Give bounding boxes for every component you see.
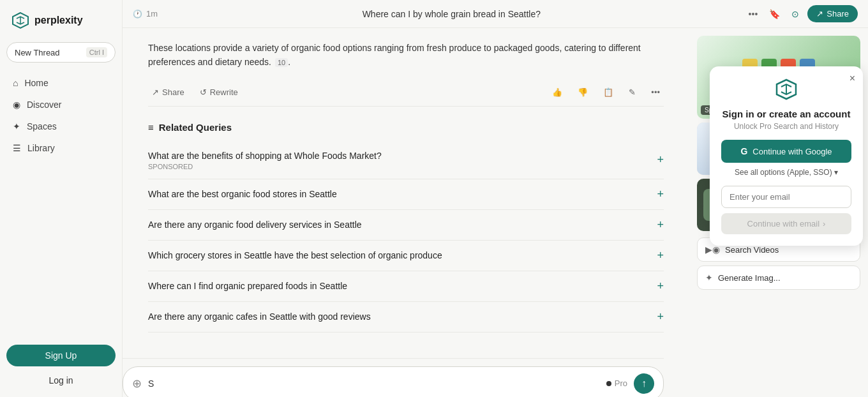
sidebar-nav: ⌂ Home ◉ Discover ✦ Spaces ☰ Library — [6, 73, 116, 345]
sidebar-item-label: Home — [24, 78, 48, 88]
content-area: These locations provide a variety of org… — [123, 28, 868, 397]
related-header-text: Related Queries — [159, 122, 232, 133]
sidebar-footer: Sign Up Log in — [6, 345, 116, 389]
search-input[interactable] — [148, 378, 600, 389]
sidebar: perplexity New Thread Ctrl I ⌂ Home ◉ Di… — [0, 0, 123, 397]
submit-button[interactable]: ↑ — [634, 373, 654, 394]
all-options-link[interactable]: See all options (Apple, SSO) ▾ — [721, 168, 851, 177]
footnote: 10 — [275, 58, 288, 67]
share-action-button[interactable]: ↗ Share — [148, 85, 188, 100]
sign-up-button[interactable]: Sign Up — [6, 345, 116, 366]
action-bar: ↗ Share ↺ Rewrite 👍 👎 📋 ✎ — [148, 79, 664, 107]
related-item-text: Which grocery stores in Seattle have the… — [148, 250, 442, 260]
library-icon: ☰ — [13, 143, 21, 153]
sidebar-item-home[interactable]: ⌂ Home — [6, 73, 116, 93]
plus-icon: + — [657, 280, 664, 293]
popup-subtitle: Unlock Pro Search and History — [721, 122, 851, 131]
related-item-text: What are the best organic food stores in… — [148, 189, 337, 199]
more-button[interactable]: ••• — [647, 85, 664, 100]
new-thread-label: New Thread — [15, 48, 60, 57]
share-button[interactable]: ↗ Share — [807, 5, 858, 22]
related-item-text: Are there any organic cafes in Seattle w… — [148, 311, 371, 322]
perplexity-logo-icon — [11, 11, 29, 29]
home-icon: ⌂ — [13, 78, 18, 88]
pro-label: Pro — [615, 378, 627, 388]
search-videos-label: Search Videos — [725, 245, 779, 255]
share-action-icon: ↗ — [152, 87, 159, 97]
popup-perplexity-icon — [775, 78, 798, 101]
sidebar-item-discover[interactable]: ◉ Discover — [6, 94, 116, 115]
focus-button[interactable]: ⊙ — [788, 6, 802, 22]
popup-title: Sign in or create an account — [721, 109, 851, 119]
related-item-5[interactable]: Are there any organic cafes in Seattle w… — [148, 302, 664, 333]
google-signin-label: Continue with Google — [752, 147, 832, 156]
plus-icon: + — [657, 310, 664, 324]
continue-email-label: Continue with email — [747, 219, 819, 228]
related-section: ≡ Related Queries What are the benefits … — [148, 122, 664, 333]
input-wrapper: ⊕ Pro ↑ — [123, 366, 664, 397]
related-item-text: Where can I find organic prepared foods … — [148, 281, 347, 291]
logo: perplexity — [6, 8, 116, 33]
thumbs-up-icon: 👍 — [552, 87, 562, 97]
email-input[interactable] — [721, 186, 851, 208]
related-item-text: Are there any organic food delivery serv… — [148, 220, 362, 230]
related-queries-icon: ≡ — [148, 122, 154, 133]
plus-icon: + — [657, 188, 664, 201]
topbar: 🕐 1m Where can I by whole grain bread in… — [123, 0, 868, 28]
google-signin-button[interactable]: G Continue with Google — [721, 140, 851, 163]
login-button[interactable]: Log in — [6, 371, 116, 389]
related-item-4[interactable]: Where can I find organic prepared foods … — [148, 271, 664, 302]
thumbs-down-icon: 👎 — [578, 87, 588, 97]
continue-email-button[interactable]: Continue with email › — [721, 213, 851, 234]
plus-icon: + — [657, 153, 664, 167]
more-options-button[interactable]: ••• — [745, 6, 761, 22]
content-text: These locations provide a variety of org… — [148, 41, 664, 70]
add-attachment-button[interactable]: ⊕ — [132, 377, 142, 391]
related-item-1[interactable]: What are the best organic food stores in… — [148, 179, 664, 210]
main-area: 🕐 1m Where can I by whole grain bread in… — [123, 0, 868, 397]
arrow-right-icon: › — [823, 219, 825, 228]
discover-icon: ◉ — [13, 100, 20, 110]
right-panel: So many ways to save. Sponsored Seattle … — [689, 28, 868, 397]
google-icon: G — [740, 146, 747, 156]
related-item-2[interactable]: Are there any organic food delivery serv… — [148, 210, 664, 241]
new-thread-shortcut: Ctrl I — [86, 47, 107, 57]
edit-icon: ✎ — [629, 87, 636, 97]
generate-image-label: Generate Imag... — [718, 273, 781, 283]
generate-image-button[interactable]: ✦ Generate Imag... — [697, 266, 860, 290]
related-item-0[interactable]: What are the benefits of shopping at Who… — [148, 142, 664, 179]
thumbs-down-button[interactable]: 👎 — [574, 85, 592, 100]
submit-icon: ↑ — [641, 378, 647, 389]
rewrite-icon: ↺ — [200, 87, 207, 97]
sidebar-item-spaces[interactable]: ✦ Spaces — [6, 116, 116, 137]
topbar-actions: ••• 🔖 ⊙ ↗ Share — [745, 5, 858, 22]
topbar-title: Where can I by whole grain bread in Seat… — [363, 9, 541, 19]
plus-icon: + — [657, 249, 664, 262]
logo-text: perplexity — [34, 15, 83, 26]
time-label: 1m — [146, 9, 158, 19]
related-header: ≡ Related Queries — [148, 122, 664, 133]
bookmark-button[interactable]: 🔖 — [766, 6, 783, 22]
share-action-label: Share — [162, 87, 184, 97]
sponsored-label: SPONSORED — [148, 163, 382, 170]
chevron-down-icon: ▾ — [834, 168, 838, 177]
spaces-icon: ✦ — [13, 121, 20, 131]
plus-icon: + — [657, 218, 664, 232]
copy-button[interactable]: 📋 — [599, 85, 617, 100]
sidebar-item-library[interactable]: ☰ Library — [6, 138, 116, 158]
thumbs-up-button[interactable]: 👍 — [548, 85, 566, 100]
signin-popup: × Sign in or create an account Unlock Pr… — [710, 66, 863, 246]
rewrite-button[interactable]: ↺ Rewrite — [196, 85, 242, 100]
share-icon: ↗ — [816, 9, 823, 19]
chat-panel: These locations provide a variety of org… — [123, 28, 689, 397]
popup-close-button[interactable]: × — [849, 73, 855, 84]
edit-button[interactable]: ✎ — [625, 85, 640, 100]
pro-dot — [606, 381, 611, 386]
sidebar-item-label: Spaces — [27, 121, 57, 131]
rewrite-label: Rewrite — [210, 87, 238, 97]
input-area: ⊕ Pro ↑ — [123, 358, 664, 397]
new-thread-button[interactable]: New Thread Ctrl I — [6, 42, 116, 63]
sidebar-item-label: Discover — [27, 100, 61, 110]
pro-badge: Pro — [606, 378, 627, 388]
related-item-3[interactable]: Which grocery stores in Seattle have the… — [148, 241, 664, 271]
